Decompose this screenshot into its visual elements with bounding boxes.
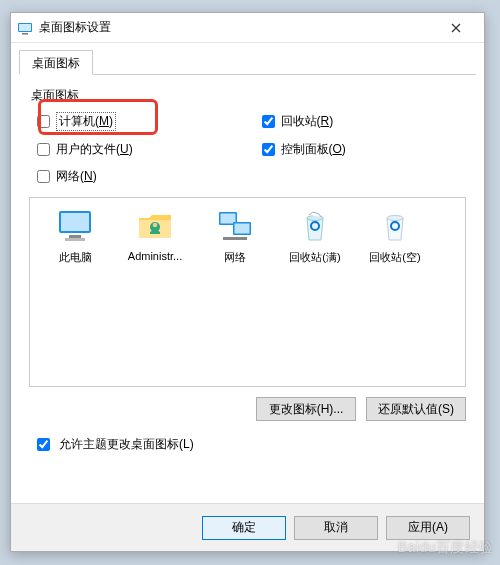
- svg-point-15: [387, 216, 403, 221]
- svg-rect-13: [223, 237, 247, 240]
- svg-rect-10: [221, 214, 236, 224]
- checkbox-allow-theme-label: 允许主题更改桌面图标(L): [59, 436, 194, 453]
- svg-point-8: [153, 223, 158, 228]
- network-icon: [215, 208, 255, 244]
- button-label: 取消: [324, 520, 348, 534]
- tab-label: 桌面图标: [32, 56, 80, 70]
- desktop-icons-checkgrid: 计算机(M) 回收站(R) 用户的文件(U) 控制面板(O) 网络(N): [29, 112, 466, 185]
- change-icon-button[interactable]: 更改图标(H)...: [256, 397, 356, 421]
- svg-rect-5: [69, 235, 81, 238]
- icon-label: 此电脑: [59, 250, 92, 265]
- svg-rect-4: [61, 213, 89, 231]
- icon-user-folder[interactable]: Administr...: [116, 208, 194, 262]
- button-label: 应用(A): [408, 520, 448, 534]
- svg-rect-12: [235, 224, 250, 234]
- close-button[interactable]: [434, 14, 478, 42]
- checkbox-recycle-bin[interactable]: 回收站(R): [262, 112, 467, 131]
- icon-label: 回收站(空): [369, 250, 420, 265]
- close-icon: [451, 23, 461, 33]
- user-folder-icon: [135, 208, 175, 244]
- svg-rect-1: [19, 24, 31, 31]
- desktop-icon-settings-window: 桌面图标设置 桌面图标 桌面图标 计算机(M) 回收站(R) 用户的文件(U): [10, 12, 485, 552]
- recycle-bin-full-icon: [295, 208, 335, 244]
- group-label: 桌面图标: [31, 87, 466, 104]
- button-label: 还原默认值(S): [378, 402, 454, 416]
- recycle-bin-empty-icon: [375, 208, 415, 244]
- app-icon: [17, 20, 33, 36]
- checkbox-control-panel-label: 控制面板(O): [281, 141, 346, 158]
- icon-button-row: 更改图标(H)... 还原默认值(S): [29, 397, 466, 421]
- checkbox-computer[interactable]: 计算机(M): [37, 112, 242, 131]
- svg-rect-2: [22, 33, 28, 35]
- icon-preview-box: 此电脑 Administr... 网络 回收站(满) 回收站(空): [29, 197, 466, 387]
- icon-label: 网络: [224, 250, 246, 265]
- checkbox-network-input[interactable]: [37, 170, 50, 183]
- titlebar: 桌面图标设置: [11, 13, 484, 43]
- checkbox-recycle-bin-label: 回收站(R): [281, 113, 334, 130]
- checkbox-network[interactable]: 网络(N): [37, 168, 242, 185]
- ok-button[interactable]: 确定: [202, 516, 286, 540]
- monitor-icon: [55, 208, 95, 244]
- button-label: 确定: [232, 520, 256, 534]
- checkbox-control-panel-input[interactable]: [262, 143, 275, 156]
- icon-recycle-bin-empty[interactable]: 回收站(空): [356, 208, 434, 265]
- checkbox-computer-input[interactable]: [37, 115, 50, 128]
- svg-rect-6: [65, 238, 85, 241]
- checkbox-allow-theme[interactable]: 允许主题更改桌面图标(L): [29, 435, 466, 454]
- checkbox-control-panel[interactable]: 控制面板(O): [262, 141, 467, 158]
- checkbox-allow-theme-input[interactable]: [37, 438, 50, 451]
- icon-recycle-bin-full[interactable]: 回收站(满): [276, 208, 354, 265]
- restore-default-button[interactable]: 还原默认值(S): [366, 397, 466, 421]
- icon-label: 回收站(满): [289, 250, 340, 265]
- checkbox-network-label: 网络(N): [56, 168, 97, 185]
- window-title: 桌面图标设置: [39, 19, 434, 36]
- button-label: 更改图标(H)...: [269, 402, 344, 416]
- cancel-button[interactable]: 取消: [294, 516, 378, 540]
- checkbox-user-files-label: 用户的文件(U): [56, 141, 133, 158]
- content-area: 桌面图标 计算机(M) 回收站(R) 用户的文件(U) 控制面板(O) 网络(N…: [11, 75, 484, 464]
- dialog-footer: 确定 取消 应用(A): [11, 503, 484, 551]
- apply-button[interactable]: 应用(A): [386, 516, 470, 540]
- icon-this-pc[interactable]: 此电脑: [36, 208, 114, 265]
- checkbox-recycle-bin-input[interactable]: [262, 115, 275, 128]
- icon-network[interactable]: 网络: [196, 208, 274, 265]
- checkbox-user-files[interactable]: 用户的文件(U): [37, 141, 242, 158]
- checkbox-user-files-input[interactable]: [37, 143, 50, 156]
- tab-desktop-icons[interactable]: 桌面图标: [19, 50, 93, 75]
- checkbox-computer-label: 计算机(M): [56, 112, 116, 131]
- tabstrip: 桌面图标: [19, 49, 476, 75]
- icon-label: Administr...: [128, 250, 182, 262]
